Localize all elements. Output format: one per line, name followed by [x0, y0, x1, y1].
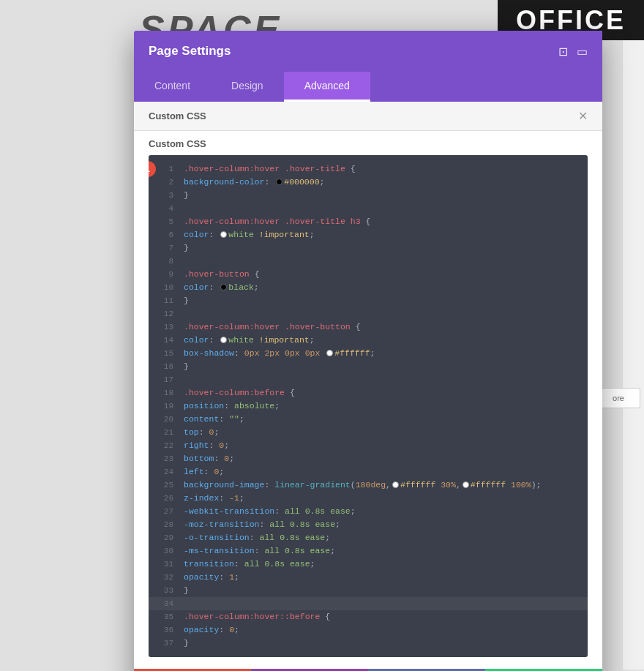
code-line: 6 color: white !important;	[149, 228, 588, 241]
code-editor[interactable]: 1 1 .hover-column:hover .hover-title { 2…	[149, 155, 588, 657]
code-line: 30 -ms-transition: all 0.8s ease;	[149, 544, 588, 558]
code-line: 25 background-image: linear-gradient(180…	[149, 479, 588, 492]
code-line: 31 transition: all 0.8s ease;	[149, 558, 588, 571]
code-line: 15 box-shadow: 0px 2px 0px 0px #ffffff;	[149, 347, 588, 360]
page-settings-modal: Page Settings ⊡ ▭ Content Design Advance…	[134, 31, 602, 671]
code-line: 21 top: 0;	[149, 426, 588, 439]
code-line: 5 .hover-column:hover .hover-title h3 {	[149, 215, 588, 228]
sidebar-panel	[622, 40, 644, 670]
code-line: 17	[149, 373, 588, 386]
code-line: 4	[149, 202, 588, 215]
code-line: 10 color: black;	[149, 281, 588, 294]
code-line: 33 }	[149, 584, 588, 597]
code-line: 3 }	[149, 189, 588, 202]
code-line: 34	[149, 597, 588, 610]
code-line: 36 opacity: 0;	[149, 623, 588, 637]
code-line: 26 z-index: -1;	[149, 492, 588, 505]
code-line: 22 right: 0;	[149, 439, 588, 452]
tab-advanced[interactable]: Advanced	[284, 72, 370, 102]
code-line: 14 color: white !important;	[149, 334, 588, 347]
code-line: 9 .hover-button {	[149, 268, 588, 281]
sidebar-toggle-icon[interactable]: ▭	[577, 45, 588, 59]
fullscreen-icon[interactable]: ⊡	[558, 45, 568, 59]
code-line: 19 position: absolute;	[149, 400, 588, 413]
modal-title: Page Settings	[149, 44, 231, 59]
code-line: 2 background-color: #000000;	[149, 176, 588, 189]
code-line: 11 }	[149, 294, 588, 307]
section-bar: Custom CSS ✕	[134, 102, 602, 131]
modal-header: Page Settings ⊡ ▭	[134, 31, 602, 72]
code-line: 27 -webkit-transition: all 0.8s ease;	[149, 505, 588, 518]
code-line: 13 .hover-column:hover .hover-button {	[149, 320, 588, 334]
tab-content[interactable]: Content	[134, 72, 211, 102]
tab-design[interactable]: Design	[211, 72, 284, 102]
code-content: 1 .hover-column:hover .hover-title { 2 b…	[149, 155, 588, 657]
code-line: 28 -moz-transition: all 0.8s ease;	[149, 518, 588, 531]
section-close-icon[interactable]: ✕	[578, 109, 588, 123]
code-line: 16 }	[149, 360, 588, 373]
tab-bar: Content Design Advanced	[134, 72, 602, 102]
code-line: 24 left: 0;	[149, 465, 588, 479]
code-line: 18 .hover-column:before {	[149, 386, 588, 400]
custom-css-label: Custom CSS	[134, 131, 602, 155]
section-bar-title: Custom CSS	[149, 110, 206, 121]
code-line: 7 }	[149, 241, 588, 255]
code-line: 32 opacity: 1;	[149, 571, 588, 584]
header-icons: ⊡ ▭	[558, 45, 588, 59]
code-line: 8	[149, 255, 588, 268]
code-line: 1 .hover-column:hover .hover-title {	[149, 162, 588, 176]
code-line: 23 bottom: 0;	[149, 452, 588, 465]
code-line: 35 .hover-column:hover::before {	[149, 610, 588, 623]
code-line: 29 -o-transition: all 0.8s ease;	[149, 531, 588, 544]
code-line: 12	[149, 307, 588, 320]
code-line: 20 content: "";	[149, 413, 588, 426]
sidebar-button[interactable]: ore	[596, 388, 640, 408]
code-line: 37 }	[149, 637, 588, 650]
